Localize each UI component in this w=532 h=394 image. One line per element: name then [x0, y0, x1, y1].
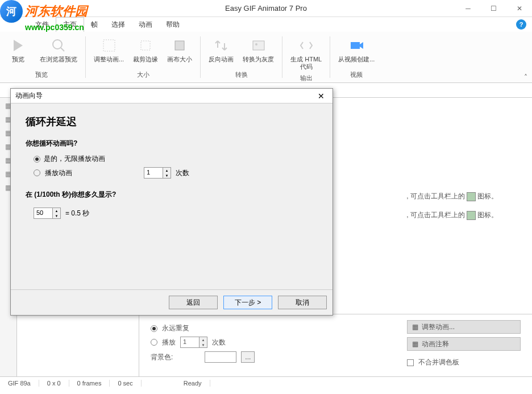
maximize-button[interactable]: ☐: [481, 0, 506, 16]
bg-color-swatch[interactable]: [205, 351, 236, 363]
grayscale-icon: [250, 36, 268, 55]
times-label: 次数: [212, 338, 226, 347]
menu-select[interactable]: 选择: [105, 18, 132, 32]
svg-rect-2: [103, 40, 115, 51]
group-preview-label: 预览: [35, 69, 48, 80]
hint-row-1: , 可点击工具栏上的 图标。: [406, 192, 498, 201]
delay-seconds-label: = 0.5 秒: [65, 209, 89, 218]
menubar: 文件 主页 帧 选择 动画 帮助 ?: [0, 17, 532, 32]
wizard-dialog: 动画向导 ✕ 循环并延迟 你想循环动画吗? 是的，无限播放动画 播放动画 1 ▲…: [10, 88, 333, 316]
group-output-label: 输出: [300, 73, 313, 84]
magnifier-icon: [49, 36, 68, 55]
svg-point-0: [53, 40, 62, 49]
canvas-size-button[interactable]: 画布大小: [163, 34, 197, 69]
repeat-forever-label: 永远重复: [162, 324, 189, 333]
cancel-button[interactable]: 取消: [278, 296, 327, 309]
svg-rect-5: [253, 41, 264, 50]
group-video-label: 视频: [350, 69, 363, 80]
menu-home[interactable]: 主页: [56, 17, 84, 32]
menu-animation[interactable]: 动画: [132, 18, 159, 32]
status-ready: Ready: [176, 380, 210, 387]
back-button[interactable]: 返回: [169, 296, 218, 309]
hint-icon-1: [467, 192, 476, 201]
play-count-radio[interactable]: [34, 169, 40, 176]
statusbar: GIF 89a 0 x 0 0 frames 0 sec Ready: [0, 376, 532, 389]
status-format: GIF 89a: [0, 380, 39, 387]
from-video-button[interactable]: 从视频创建...: [334, 34, 379, 69]
svg-rect-7: [351, 42, 360, 49]
svg-line-1: [61, 48, 64, 51]
crop-button[interactable]: 裁剪边缘: [128, 34, 163, 69]
status-frames: 0 frames: [69, 380, 110, 387]
ribbon: 预览 在浏览器预览 预览 调整动画... 裁剪边: [0, 32, 532, 83]
dialog-times-label: 次数: [176, 168, 189, 178]
menu-frame[interactable]: 帧: [84, 18, 105, 32]
no-merge-checkbox[interactable]: [407, 359, 414, 366]
minimize-button[interactable]: ─: [455, 0, 481, 16]
svg-point-6: [255, 43, 257, 45]
repeat-forever-radio[interactable]: [151, 325, 157, 332]
close-button[interactable]: ✕: [506, 0, 532, 16]
no-merge-label: 不合并调色板: [418, 358, 459, 367]
grayscale-button[interactable]: 转换为灰度: [238, 34, 279, 69]
dialog-question-2: 在 (1/100th 秒)你想多久显示?: [26, 190, 318, 200]
play-count-input[interactable]: 1 ▲▼: [180, 337, 207, 348]
svg-rect-4: [175, 41, 184, 50]
resize-icon: [100, 36, 118, 55]
reverse-button[interactable]: 反向动画: [204, 34, 238, 69]
dialog-title: 动画向导: [15, 91, 43, 101]
crop-icon: [136, 36, 155, 55]
group-size-label: 大小: [137, 69, 149, 80]
annotate-icon: ▦: [412, 340, 418, 348]
dialog-heading: 循环并延迟: [26, 115, 318, 128]
resize-anim-prop-button[interactable]: ▦ 调整动画...: [407, 320, 521, 334]
infinite-radio[interactable]: [34, 156, 40, 163]
dialog-close-button[interactable]: ✕: [314, 90, 328, 102]
next-button[interactable]: 下一步 >: [223, 296, 272, 309]
bg-color-picker-button[interactable]: ...: [241, 351, 255, 363]
video-icon: [347, 36, 365, 55]
infinite-label: 是的，无限播放动画: [44, 154, 105, 164]
annotate-button[interactable]: ▦ 动画注释: [407, 337, 521, 351]
menu-file[interactable]: 文件: [28, 18, 56, 32]
properties-panel: 永远重复 播放 1 ▲▼ 次数 背景色: ...: [139, 314, 532, 376]
browser-preview-button[interactable]: 在浏览器预览: [35, 34, 82, 69]
hint-row-2: , 可点击工具栏上的 图标。: [406, 210, 498, 220]
delay-input[interactable]: 50 ▲▼: [34, 208, 61, 219]
svg-rect-3: [141, 41, 150, 50]
preview-button[interactable]: 预览: [1, 34, 35, 69]
play-radio[interactable]: [151, 339, 157, 346]
help-icon[interactable]: ?: [516, 19, 526, 30]
html-icon: [297, 36, 315, 55]
hint-icon-2: [467, 211, 476, 220]
resize-anim-button[interactable]: 调整动画...: [89, 34, 128, 69]
gen-html-button[interactable]: 生成 HTML 代码: [286, 34, 326, 73]
window-title: Easy GIF Animator 7 Pro: [225, 4, 307, 13]
ribbon-collapse-icon[interactable]: ˄: [524, 73, 527, 81]
dialog-question-1: 你想循环动画吗?: [26, 139, 318, 148]
group-convert-label: 转换: [235, 69, 248, 80]
play-icon: [9, 36, 27, 55]
play-label: 播放: [162, 338, 176, 347]
menu-help[interactable]: 帮助: [159, 18, 186, 32]
status-duration: 0 sec: [110, 380, 141, 387]
bg-color-label: 背景色:: [151, 352, 173, 362]
status-size: 0 x 0: [39, 380, 69, 387]
reverse-icon: [212, 36, 230, 55]
dialog-play-count-input[interactable]: 1 ▲▼: [144, 167, 171, 179]
canvas-size-icon: [171, 36, 189, 55]
play-anim-label: 播放动画: [45, 168, 72, 178]
titlebar: Easy GIF Animator 7 Pro ─ ☐ ✕: [0, 0, 532, 17]
resize-icon-small: ▦: [412, 323, 418, 331]
